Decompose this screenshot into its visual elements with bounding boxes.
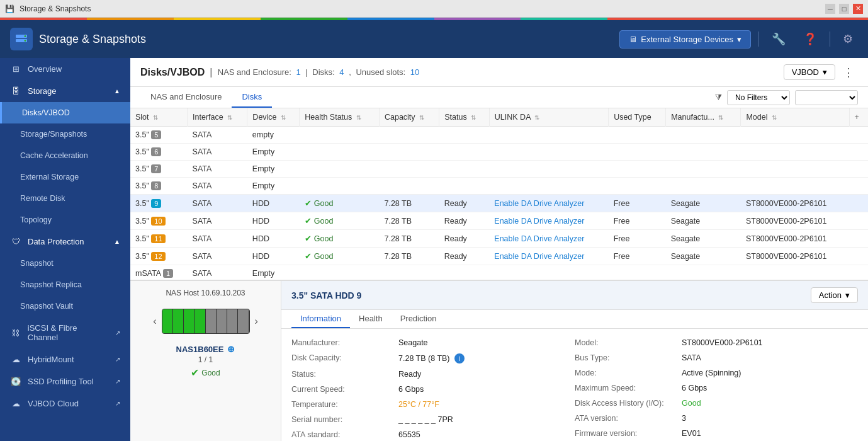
model-cell (741, 127, 849, 144)
drive-tab-health[interactable]: Health (350, 310, 392, 328)
sidebar-item-snapshot-vault[interactable]: Snapshot Vault (0, 295, 130, 317)
table-row[interactable]: 3.5" 7 SATA Empty (130, 161, 868, 178)
external-storage-button[interactable]: 🖥 External Storage Devices ▾ (619, 30, 751, 49)
sidebar-item-remote-disk[interactable]: Remote Disk (0, 188, 130, 209)
sidebar-item-external-storage[interactable]: External Storage (0, 166, 130, 188)
sidebar-item-snapshot-replica[interactable]: Snapshot Replica (0, 274, 130, 295)
action-button[interactable]: Action ▾ (811, 287, 858, 303)
manufacturer-cell (666, 127, 741, 144)
close-button[interactable]: ✕ (853, 4, 863, 14)
usedtype-cell (609, 265, 666, 280)
col-ulinkda[interactable]: ULINK DA ⇅ (489, 108, 608, 127)
filter-icon: ⧩ (715, 93, 722, 103)
external-link-icon-vjbod: ↗ (115, 400, 120, 407)
help-button[interactable]: ❓ (798, 30, 822, 49)
wrench-button[interactable]: 🔧 (767, 30, 791, 49)
device-cell: Empty (247, 178, 300, 195)
col-model[interactable]: Model ⇅ (741, 108, 849, 127)
col-slot[interactable]: Slot ⇅ (130, 108, 188, 127)
sidebar-item-overview[interactable]: ⊞ Overview (0, 58, 130, 80)
chevron-up-icon-2: ▲ (114, 238, 120, 245)
sidebar-item-iscsi[interactable]: ⛓ iSCSI & Fibre Channel ↗ (0, 317, 130, 348)
check-icon: ✔ (305, 198, 312, 208)
col-usedtype[interactable]: Used Type (609, 108, 666, 127)
extra-cell (849, 144, 868, 161)
carousel-next-button[interactable]: › (255, 316, 258, 327)
settings-button[interactable]: ⚙ (838, 30, 858, 49)
table-row[interactable]: 3.5" 10 SATA HDD ✔Good 7.28 TB Ready Ena… (130, 212, 868, 230)
sidebar-item-ssd-profiling[interactable]: 💽 SSD Profiling Tool ↗ (0, 370, 130, 392)
col-manufacturer[interactable]: Manufactu... ⇅ (666, 108, 741, 127)
sidebar-item-disks-vjbod[interactable]: Disks/VJBOD (0, 102, 130, 123)
drive-tab-information[interactable]: Information (291, 310, 350, 328)
unused-separator: , (349, 67, 351, 77)
sidebar-item-hybrid-mount[interactable]: ☁ HybridMount ↗ (0, 348, 130, 370)
tab-disks[interactable]: Disks (232, 87, 272, 108)
vjbod-btn-label: VJBOD (792, 67, 819, 77)
table-row[interactable]: 3.5" 5 SATA empty (130, 127, 868, 144)
status-cell (439, 265, 490, 280)
disks-separator: | (305, 67, 307, 77)
nas-good-badge: ✔ Good (191, 367, 220, 379)
disk-table: Slot ⇅ Interface ⇅ Device ⇅ Health Statu… (130, 108, 868, 280)
drive-tab-prediction[interactable]: Prediction (392, 310, 446, 328)
minimize-button[interactable]: ─ (825, 4, 835, 14)
sidebar-item-storage-snapshots[interactable]: Storage/Snapshots (0, 123, 130, 145)
enable-da-link[interactable]: Enable DA Drive Analyzer (494, 252, 584, 261)
table-row[interactable]: 3.5" 9 SATA HDD ✔Good 7.28 TB Ready Enab… (130, 195, 868, 212)
app-header: Storage & Snapshots 🖥 External Storage D… (0, 20, 868, 58)
ulinkda-cell (489, 161, 608, 178)
sidebar-label-remote: Remote Disk (20, 194, 65, 203)
zoom-icon[interactable]: ⊕ (227, 344, 235, 354)
ulinkda-cell (489, 178, 608, 195)
carousel-prev-button[interactable]: ‹ (153, 316, 156, 327)
col-add[interactable]: + (849, 108, 868, 127)
content-area: Disks/VJBOD | NAS and Enclosure: 1 | Dis… (130, 58, 868, 441)
capacity-info-icon[interactable]: i (454, 353, 465, 364)
drive-details-grid: Manufacturer: Seagate Disk Capacity: 7.2… (281, 329, 868, 441)
enable-da-link[interactable]: Enable DA Drive Analyzer (494, 234, 584, 243)
slot-number: 8 (151, 181, 161, 190)
ata-standard-value: 65535 (398, 430, 420, 439)
sidebar-item-vjbod-cloud[interactable]: ☁ VJBOD Cloud ↗ (0, 392, 130, 415)
sidebar-label-hybrid: HybridMount (28, 355, 74, 364)
enable-da-link[interactable]: Enable DA Drive Analyzer (494, 217, 584, 226)
nas-count[interactable]: 1 (296, 67, 300, 77)
enable-da-link[interactable]: Enable DA Drive Analyzer (494, 199, 584, 208)
col-status[interactable]: Status ⇅ (439, 108, 490, 127)
header-divider-1 (758, 32, 759, 47)
vjbod-button[interactable]: VJBOD ▾ (784, 64, 835, 80)
usedtype-cell: Free (609, 195, 666, 212)
capacity-cell: 7.28 TB (379, 248, 439, 265)
tabs-bar: NAS and Enclosure Disks ⧩ No Filters (130, 87, 868, 108)
slot-cell: 3.5" 9 (130, 195, 188, 212)
drive-visual-panel: NAS Host 10.69.10.203 ‹ › (130, 281, 281, 441)
tab-nas-enclosure[interactable]: NAS and Enclosure (140, 87, 232, 108)
app-title-area: Storage & Snapshots (10, 28, 146, 50)
table-row[interactable]: 3.5" 8 SATA Empty (130, 178, 868, 195)
sidebar-section-storage[interactable]: 🗄 Storage ▲ (0, 80, 130, 102)
search-select[interactable] (795, 90, 858, 105)
col-health[interactable]: Health Status ⇅ (300, 108, 380, 127)
sidebar-item-snapshot[interactable]: Snapshot (0, 253, 130, 274)
sidebar-item-topology[interactable]: Topology (0, 209, 130, 231)
table-row[interactable]: 3.5" 12 SATA HDD ✔Good 7.28 TB Ready Ena… (130, 248, 868, 265)
more-options-button[interactable]: ⋮ (839, 66, 858, 79)
health-cell: ✔Good (300, 230, 380, 248)
capacity-cell (379, 127, 439, 144)
sidebar-section-data-protection[interactable]: 🛡 Data Protection ▲ (0, 231, 130, 253)
unused-count[interactable]: 10 (410, 67, 419, 77)
sidebar-item-cache-acceleration[interactable]: Cache Acceleration (0, 145, 130, 166)
disks-count[interactable]: 4 (339, 67, 344, 77)
sidebar-label-overview: Overview (28, 64, 62, 74)
slot-cell: 3.5" 11 (130, 230, 188, 248)
table-row[interactable]: 3.5" 11 SATA HDD ✔Good 7.28 TB Ready Ena… (130, 230, 868, 248)
filter-select[interactable]: No Filters (727, 90, 790, 105)
table-row[interactable]: 3.5" 6 SATA Empty (130, 144, 868, 161)
col-device[interactable]: Device ⇅ (247, 108, 300, 127)
col-interface[interactable]: Interface ⇅ (188, 108, 247, 127)
model-cell (741, 265, 849, 280)
col-capacity[interactable]: Capacity ⇅ (379, 108, 439, 127)
table-row[interactable]: mSATA 1 SATA Empty (130, 265, 868, 280)
maximize-button[interactable]: □ (839, 4, 849, 14)
